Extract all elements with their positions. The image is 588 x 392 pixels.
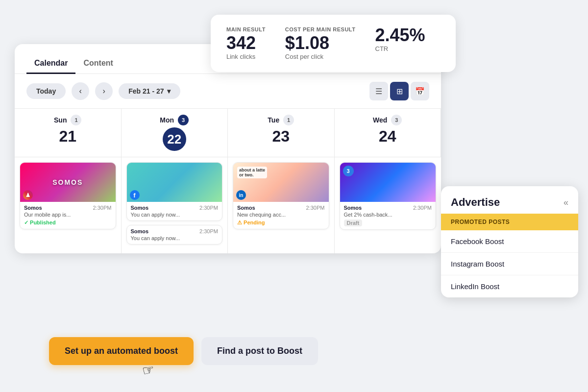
day-name-tue: Tue bbox=[268, 116, 279, 124]
calendar-icon: 📅 bbox=[415, 87, 425, 96]
advertise-facebook-boost[interactable]: Facebook Boost bbox=[441, 230, 578, 253]
grid-view-button[interactable]: ⊞ bbox=[390, 82, 409, 100]
view-buttons: ☰ ⊞ 📅 bbox=[369, 82, 429, 100]
day-num-sun: 21 bbox=[59, 127, 76, 146]
day-cell-mon: f Somos 2:30PM You can apply now... Somo… bbox=[122, 157, 228, 253]
post-card-wed-1[interactable]: 3 Somos 2:30PM Get 2% cash-back... Draft bbox=[340, 162, 437, 230]
post-text-tue: New chequing acc... bbox=[237, 212, 325, 218]
promoted-posts-header: PROMOTED POSTS bbox=[441, 214, 578, 230]
post-img-mon: f bbox=[127, 163, 222, 202]
post-card-sun-1[interactable]: SOMOS ♟ Somos 2:30PM Our mobile app is..… bbox=[20, 162, 116, 229]
post-text-mon: You can apply now... bbox=[131, 212, 219, 218]
post-account-wed: Somos bbox=[344, 205, 362, 211]
stat-main-result-sub: Link clicks bbox=[226, 53, 266, 60]
day-badge-sun: 1 bbox=[71, 115, 81, 125]
day-num-mon: 22 bbox=[163, 127, 186, 151]
prev-button[interactable]: ‹ bbox=[72, 82, 89, 100]
post-img-text-tue: about a latteor two. bbox=[237, 167, 267, 178]
stat-main-result-label: MAIN RESULT bbox=[226, 26, 266, 32]
stat-cost-sub: Cost per click bbox=[285, 53, 356, 60]
stat-ctr: 2.45% CTR bbox=[375, 26, 425, 60]
stat-cost-label: COST PER MAIN RESULT bbox=[285, 26, 356, 32]
list-view-button[interactable]: ☰ bbox=[369, 82, 388, 100]
post-info-wed: Somos 2:30PM Get 2% cash-back... Draft bbox=[340, 202, 436, 229]
post-img-sun: SOMOS ♟ bbox=[20, 163, 116, 202]
post-count-badge-wed: 3 bbox=[343, 166, 354, 176]
post-time-sun: 2:30PM bbox=[93, 205, 112, 211]
tab-calendar[interactable]: Calendar bbox=[26, 54, 75, 74]
stat-cost-value: $1.08 bbox=[285, 34, 356, 52]
stat-main-result: MAIN RESULT 342 Link clicks bbox=[226, 26, 266, 60]
post-info-mon2: Somos 2:30PM You can apply now... bbox=[127, 225, 222, 244]
post-account-mon: Somos bbox=[131, 205, 149, 211]
post-img-tue: about a latteor two. in bbox=[233, 163, 329, 202]
day-header-mon: Mon 3 22 bbox=[122, 109, 228, 157]
advertise-linkedin-boost[interactable]: LinkedIn Boost bbox=[441, 275, 578, 297]
day-name-wed: Wed bbox=[373, 116, 387, 124]
post-card-tue-1[interactable]: about a latteor two. in Somos 2:30PM New… bbox=[233, 162, 329, 229]
day-badge-tue: 1 bbox=[283, 115, 294, 125]
post-img-wed: 3 bbox=[340, 163, 436, 202]
automated-boost-button[interactable]: Set up an automated boost bbox=[49, 337, 194, 365]
day-cell-wed: 3 Somos 2:30PM Get 2% cash-back... Draft bbox=[335, 157, 441, 253]
calendar-grid: Sun 1 21 Mon 3 22 Tue 1 23 Wed 3 bbox=[15, 108, 441, 253]
grid-icon: ⊞ bbox=[396, 87, 403, 96]
date-range-label: Feb 21 - 27 bbox=[128, 87, 164, 95]
calendar-toolbar: Today ‹ › Feb 21 - 27 ▾ ☰ ⊞ 📅 bbox=[15, 74, 441, 108]
post-account-sun: Somos bbox=[24, 205, 42, 211]
post-account-mon2: Somos bbox=[131, 228, 149, 234]
draft-badge: Draft bbox=[344, 220, 363, 226]
stat-main-result-value: 342 bbox=[226, 34, 266, 52]
next-button[interactable]: › bbox=[95, 82, 113, 100]
post-status-tue: ⚠ Pending bbox=[237, 220, 325, 226]
post-time-mon: 2:30PM bbox=[199, 205, 218, 211]
day-badge-wed: 3 bbox=[391, 115, 402, 125]
day-header-tue: Tue 1 23 bbox=[228, 109, 335, 157]
post-card-mon-1[interactable]: f Somos 2:30PM You can apply now... bbox=[126, 162, 223, 221]
action-buttons: Set up an automated boost Find a post to… bbox=[49, 337, 318, 365]
post-info-sun: Somos 2:30PM Our mobile app is... ✓ Publ… bbox=[20, 202, 116, 229]
stat-ctr-sub: CTR bbox=[375, 45, 425, 52]
post-time-tue: 2:30PM bbox=[306, 205, 325, 211]
tab-content[interactable]: Content bbox=[75, 54, 121, 74]
post-text-mon2: You can apply now... bbox=[131, 235, 219, 241]
stat-cost: COST PER MAIN RESULT $1.08 Cost per clic… bbox=[285, 26, 356, 60]
facebook-icon-mon: f bbox=[130, 190, 140, 200]
instagram-icon: ♟ bbox=[23, 190, 33, 200]
post-time-wed: 2:30PM bbox=[413, 205, 432, 211]
somos-logo-sun: SOMOS bbox=[52, 178, 83, 186]
list-icon: ☰ bbox=[375, 87, 382, 96]
post-account-tue: Somos bbox=[237, 205, 255, 211]
chevron-down-icon: ▾ bbox=[167, 87, 171, 95]
advertise-instagram-boost[interactable]: Instagram Boost bbox=[441, 253, 578, 275]
calendar-view-button[interactable]: 📅 bbox=[411, 82, 429, 100]
day-header-wed: Wed 3 24 bbox=[335, 109, 441, 157]
date-range-button[interactable]: Feb 21 - 27 ▾ bbox=[119, 83, 180, 99]
day-cell-sun: SOMOS ♟ Somos 2:30PM Our mobile app is..… bbox=[15, 157, 122, 253]
advertise-title: Advertise bbox=[451, 196, 500, 209]
day-name-sun: Sun bbox=[54, 116, 67, 124]
stats-card: MAIN RESULT 342 Link clicks COST PER MAI… bbox=[211, 15, 456, 72]
advertise-header: Advertise « bbox=[441, 186, 578, 214]
advertise-panel: Advertise « PROMOTED POSTS Facebook Boos… bbox=[441, 186, 578, 297]
day-num-tue: 23 bbox=[272, 127, 290, 146]
post-card-mon-2[interactable]: Somos 2:30PM You can apply now... bbox=[126, 225, 223, 245]
post-status-wed: Draft bbox=[344, 220, 432, 226]
day-name-mon: Mon bbox=[160, 116, 174, 124]
day-num-wed: 24 bbox=[379, 127, 396, 146]
calendar-card: Calendar Content Today ‹ › Feb 21 - 27 ▾… bbox=[15, 44, 441, 253]
post-time-mon2: 2:30PM bbox=[199, 228, 218, 234]
stat-ctr-value: 2.45% bbox=[375, 26, 425, 44]
linkedin-icon-tue: in bbox=[236, 190, 246, 200]
post-info-mon: Somos 2:30PM You can apply now... bbox=[127, 202, 222, 220]
post-info-tue: Somos 2:30PM New chequing acc... ⚠ Pendi… bbox=[233, 202, 329, 229]
day-badge-mon: 3 bbox=[178, 115, 189, 125]
collapse-button[interactable]: « bbox=[564, 197, 568, 208]
find-boost-button[interactable]: Find a post to Boost bbox=[201, 337, 318, 365]
post-status-sun: ✓ Published bbox=[24, 220, 112, 226]
day-header-sun: Sun 1 21 bbox=[15, 109, 122, 157]
day-cell-tue: about a latteor two. in Somos 2:30PM New… bbox=[228, 157, 335, 253]
today-button[interactable]: Today bbox=[26, 83, 66, 99]
post-text-wed: Get 2% cash-back... bbox=[344, 212, 432, 218]
post-text-sun: Our mobile app is... bbox=[24, 212, 112, 218]
